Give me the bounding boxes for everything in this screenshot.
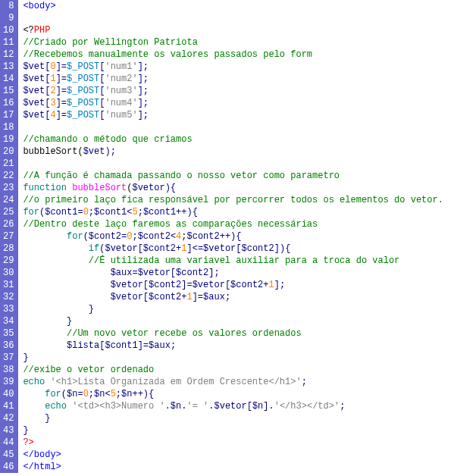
token: $n <box>94 389 105 399</box>
line-number: 28 <box>3 243 14 255</box>
code-line: //Criado por Wellington Patriota <box>23 36 454 49</box>
token: $n <box>252 401 263 412</box>
token: $cont1 <box>143 207 176 218</box>
token: < <box>105 389 110 399</box>
code-line: } <box>23 303 454 315</box>
token: ]; <box>138 86 149 96</box>
code-line: if($vetor[$cont2+1]<=$vetor[$cont2]){ <box>23 243 454 255</box>
code-line: $vet[3]=$_POST['num4']; <box>23 97 454 109</box>
token: $aux <box>149 340 171 351</box>
line-number: 43 <box>3 424 14 437</box>
token: $cont2 <box>149 280 181 290</box>
token: 3 <box>50 98 55 108</box>
line-number: 16 <box>3 97 14 109</box>
token: ]; <box>138 98 149 108</box>
line-number: 20 <box>3 146 14 158</box>
token: ++){ <box>132 389 154 399</box>
token: ; <box>132 231 137 242</box>
token: 0 <box>50 61 55 72</box>
token: 1 <box>186 292 192 302</box>
token: $_POST <box>67 98 99 108</box>
code-line: </body> <box>23 449 454 461</box>
line-number: 25 <box>3 206 14 218</box>
code-line: $vet[0]=$_POST['num1']; <box>23 61 454 73</box>
token: //Um novo vetor recebe os valores ordena… <box>67 328 302 339</box>
token: ]= <box>56 74 67 84</box>
token: //A função é chamada passando o nosso ve… <box>23 171 340 181</box>
token: 5 <box>132 207 137 218</box>
line-number: 10 <box>3 24 14 36</box>
token: $cont2 <box>176 268 208 278</box>
token: } <box>89 304 94 315</box>
line-number: 18 <box>3 121 14 133</box>
line-number: 27 <box>3 230 14 243</box>
token: for <box>67 231 83 242</box>
token: ; <box>225 292 230 302</box>
token: ]= <box>193 292 203 302</box>
token: ; <box>138 207 143 218</box>
token: [ <box>236 243 241 254</box>
token: ); <box>105 146 115 157</box>
token: ; <box>116 389 121 399</box>
token <box>23 413 45 424</box>
token: <body> <box>23 1 55 11</box>
line-number: 14 <box>3 73 14 85</box>
token: $cont1 <box>94 207 127 218</box>
line-number: 42 <box>3 412 14 424</box>
token: $_POST <box>67 110 99 121</box>
code-line: ?> <box>23 437 454 449</box>
token: ; <box>89 207 94 218</box>
token: $cont2 <box>138 231 171 242</box>
token: ]; <box>138 61 149 72</box>
code-line <box>23 121 454 133</box>
token: $vet <box>83 146 105 157</box>
token: $vetor <box>111 280 143 290</box>
token: 'num4' <box>105 98 137 108</box>
token: . <box>165 401 171 412</box>
line-number: 21 <box>3 158 14 170</box>
token: ?> <box>23 437 33 448</box>
token: 0 <box>83 207 89 218</box>
token: [ <box>138 243 143 254</box>
line-number: 8 <box>3 0 14 12</box>
token: [ <box>225 280 230 290</box>
code-line: //É utilizada uma variavel auxiliar para… <box>23 255 454 267</box>
code-line: function bubbleSort($vetor){ <box>23 182 454 194</box>
token: '<td><h3>Numero ' <box>72 401 164 412</box>
token: 'num2' <box>105 74 137 84</box>
line-number: 29 <box>3 255 14 267</box>
line-number: 23 <box>3 182 14 194</box>
line-number: 31 <box>3 279 14 291</box>
token: [ <box>171 268 176 278</box>
token: $aux <box>203 292 225 302</box>
token: function <box>23 183 67 193</box>
token: 1 <box>50 74 55 84</box>
token: 1 <box>269 280 274 290</box>
line-number: 46 <box>3 461 14 473</box>
code-area[interactable]: <body> <?PHP//Criado por Wellington Patr… <box>18 0 454 473</box>
token: ){ <box>165 183 176 193</box>
code-line <box>23 158 454 170</box>
code-line: $vet[2]=$_POST['num3']; <box>23 85 454 97</box>
token <box>23 268 110 278</box>
token <box>23 401 45 412</box>
code-editor: 8910111213141516171819202122232425262728… <box>0 0 454 473</box>
token: $vetor <box>111 292 143 302</box>
token <box>23 340 67 351</box>
token: '= ' <box>186 401 208 412</box>
token: ]; <box>138 110 149 121</box>
code-line <box>23 12 454 24</box>
token: ( <box>61 389 67 399</box>
token <box>23 255 88 266</box>
token: </html> <box>23 462 61 472</box>
token: $cont2 <box>89 231 121 242</box>
line-number: 45 <box>3 449 14 461</box>
line-number: 35 <box>3 327 14 340</box>
line-number: 22 <box>3 170 14 182</box>
token: ; <box>340 401 345 412</box>
token: if <box>89 243 99 254</box>
token: ]= <box>138 340 149 351</box>
token: ; <box>171 340 176 351</box>
token: = <box>77 389 83 399</box>
token: ( <box>83 231 89 242</box>
